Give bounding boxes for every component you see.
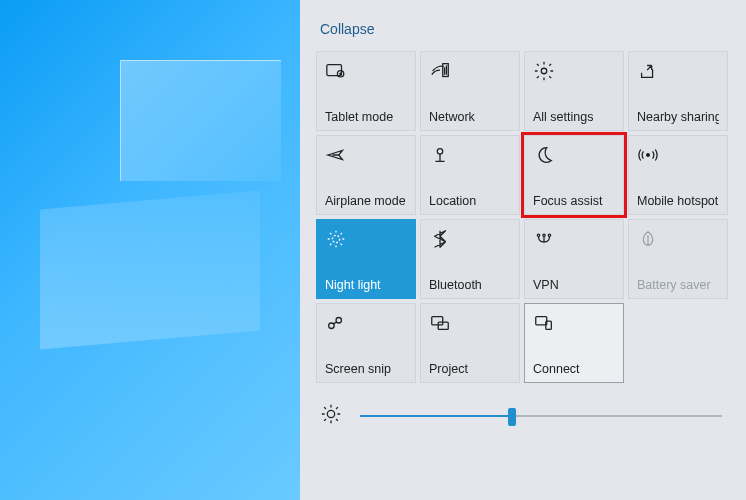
brightness-slider[interactable] [360,406,722,426]
tile-label: Night light [325,278,407,292]
svg-point-4 [437,149,443,155]
connect-icon [533,312,555,334]
tile-mobile-hotspot[interactable]: Mobile hotspot [628,135,728,215]
tile-location[interactable]: Location [420,135,520,215]
battery-leaf-icon [637,228,659,250]
location-pin-icon [429,144,451,166]
tile-label: Focus assist [533,194,615,208]
svg-point-3 [541,68,547,74]
brightness-row [316,403,730,429]
tile-label: All settings [533,110,615,124]
tile-label: Project [429,362,511,376]
quick-action-tiles: Tablet mode Network All settings Nearby … [316,51,730,383]
tile-battery-saver[interactable]: Battery saver [628,219,728,299]
tile-label: Bluetooth [429,278,511,292]
svg-rect-14 [536,317,547,325]
svg-point-5 [647,154,650,157]
tile-label: Screen snip [325,362,407,376]
brightness-icon [320,403,342,429]
night-light-icon [325,228,347,250]
tile-label: Location [429,194,511,208]
screen-snip-icon [325,312,347,334]
tile-nearby-sharing[interactable]: Nearby sharing [628,51,728,131]
desktop-wallpaper [0,0,300,500]
collapse-link[interactable]: Collapse [320,21,374,37]
tile-connect[interactable]: Connect [524,303,624,383]
tile-label: Connect [533,362,615,376]
settings-gear-icon [533,60,555,82]
svg-point-8 [543,234,545,236]
action-center-panel: Collapse Tablet mode Network All setting… [300,0,746,500]
tile-label: Mobile hotspot [637,194,719,208]
network-icon [429,60,451,82]
hotspot-icon [637,144,659,166]
tile-airplane-mode[interactable]: Airplane mode [316,135,416,215]
tile-label: Nearby sharing [637,110,719,124]
bluetooth-icon [429,228,451,250]
vpn-icon [533,228,555,250]
tile-screen-snip[interactable]: Screen snip [316,303,416,383]
tablet-mode-icon [325,60,347,82]
tile-focus-assist[interactable]: Focus assist [524,135,624,215]
tile-label: Airplane mode [325,194,407,208]
tile-label: Tablet mode [325,110,407,124]
airplane-icon [325,144,347,166]
tile-label: VPN [533,278,615,292]
tile-bluetooth[interactable]: Bluetooth [420,219,520,299]
tile-network[interactable]: Network [420,51,520,131]
svg-point-6 [332,235,339,242]
svg-rect-2 [443,64,449,77]
tile-label: Network [429,110,511,124]
tile-label: Battery saver [637,278,719,292]
moon-icon [533,144,555,166]
tile-night-light[interactable]: Night light [316,219,416,299]
svg-point-16 [327,410,334,417]
svg-point-9 [548,234,550,236]
project-icon [429,312,451,334]
slider-fill [360,415,512,417]
tile-vpn[interactable]: VPN [524,219,624,299]
tile-all-settings[interactable]: All settings [524,51,624,131]
tile-project[interactable]: Project [420,303,520,383]
tile-tablet-mode[interactable]: Tablet mode [316,51,416,131]
svg-point-7 [537,234,539,236]
nearby-sharing-icon [637,60,659,82]
slider-thumb[interactable] [508,408,516,426]
svg-rect-12 [432,317,443,325]
